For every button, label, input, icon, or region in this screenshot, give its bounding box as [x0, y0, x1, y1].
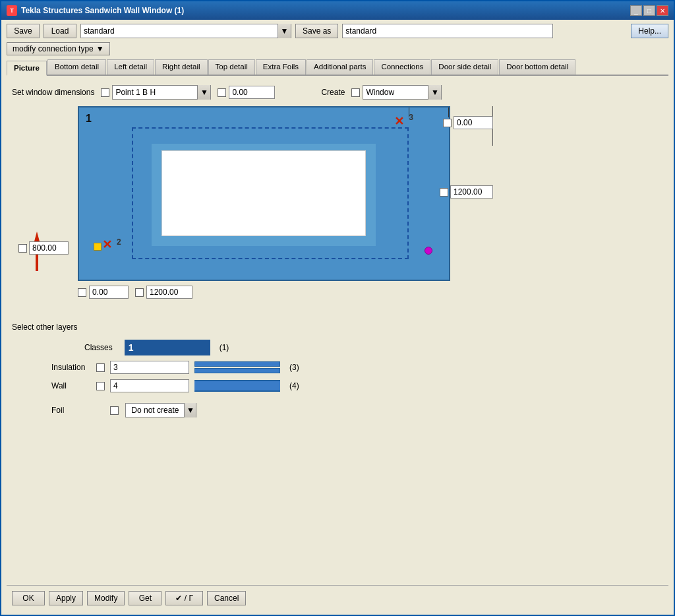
create-label: Create	[321, 88, 345, 97]
cross-3-icon: ✕	[394, 114, 404, 129]
load-button[interactable]: Load	[44, 24, 76, 38]
tab-picture[interactable]: Picture	[7, 61, 47, 76]
inner-area	[152, 144, 376, 246]
apply-button[interactable]: Apply	[49, 591, 83, 605]
foil-checkbox[interactable]	[110, 406, 119, 415]
tab-door-bottom-detail[interactable]: Door bottom detail	[499, 59, 575, 75]
save-as-button[interactable]: Save as	[295, 24, 338, 38]
modify-connection-arrow: ▼	[96, 44, 104, 53]
magenta-dot	[425, 247, 432, 255]
bottom-dim-1200-input[interactable]	[146, 286, 192, 299]
foil-dropdown[interactable]: Do not create ▼	[125, 403, 196, 417]
modify-connection-button[interactable]: modify connection type ▼	[7, 42, 110, 55]
save-as-input[interactable]	[342, 24, 553, 38]
left-dim-checkbox[interactable]	[18, 244, 27, 253]
tab-door-side-detail[interactable]: Door side detail	[431, 59, 498, 75]
tab-bottom-detail[interactable]: Bottom detail	[47, 59, 106, 75]
dim-value-group	[218, 86, 275, 99]
select-layers-title: Select other layers	[12, 323, 663, 332]
right-dim-top-checkbox[interactable]	[443, 119, 452, 127]
minimize-button[interactable]: _	[630, 5, 642, 16]
insulation-bar-top	[194, 361, 280, 367]
window-title: Tekla Structures Sandwich Wall Window (1…	[21, 6, 184, 15]
wall-diagram: 1 ✕ 3 ✕ 2	[78, 106, 467, 311]
cross-3-label: 3	[409, 113, 413, 122]
right-dim-top-input[interactable]	[454, 116, 493, 129]
bottom-dims-row	[78, 286, 192, 299]
top-toolbar: Save Load standard ▼ Save as Help...	[7, 24, 668, 38]
footer-buttons: OK Apply Modify Get ✔ / Γ Cancel	[7, 585, 668, 611]
maximize-button[interactable]: □	[643, 5, 655, 16]
modify-button[interactable]: Modify	[87, 591, 125, 605]
save-button[interactable]: Save	[7, 24, 40, 38]
ok-button[interactable]: OK	[12, 591, 45, 605]
point-checkbox-group: Point 1 B H ▼	[101, 85, 211, 100]
dim-value-input[interactable]	[229, 86, 275, 99]
select-layers-section: Select other layers Classes 1 (1) Insula…	[12, 317, 663, 423]
modify-connection-label: modify connection type	[13, 44, 94, 53]
right-dim-main-checkbox[interactable]	[440, 188, 448, 197]
bottom-dim-0-input[interactable]	[89, 286, 129, 299]
create-dropdown[interactable]: Window ▼	[363, 85, 442, 100]
profile-dropdown[interactable]: standard ▼	[80, 24, 291, 38]
wall-outer: 1 ✕ 3 ✕ 2	[78, 106, 450, 281]
profile-value: standard	[81, 26, 278, 36]
get-button[interactable]: Get	[129, 591, 161, 605]
tab-connections[interactable]: Connections	[374, 59, 430, 75]
right-dim-main-input[interactable]	[450, 185, 493, 199]
tab-extra-foils[interactable]: Extra Foils	[256, 59, 306, 75]
wall-label: Wall	[51, 381, 91, 390]
insulation-input[interactable]	[110, 361, 189, 374]
create-value: Window	[363, 88, 428, 97]
close-button[interactable]: ✕	[657, 5, 668, 16]
foil-row: Foil Do not create ▼	[51, 403, 663, 417]
insulation-bar	[194, 361, 280, 373]
tab-additional-parts[interactable]: Additional parts	[307, 59, 373, 75]
classes-field[interactable]: 1	[125, 340, 210, 355]
tab-right-detail[interactable]: Right detail	[155, 59, 208, 75]
title-bar: T Tekla Structures Sandwich Wall Window …	[1, 1, 674, 20]
left-dim-input[interactable]	[29, 241, 69, 255]
modify-connection-row: modify connection type ▼	[7, 42, 668, 55]
set-window-dim-label: Set window dimensions	[12, 88, 94, 97]
cross-2-label: 2	[117, 237, 121, 247]
cancel-button[interactable]: Cancel	[207, 591, 246, 605]
wall-input[interactable]	[110, 379, 189, 392]
wall-checkbox[interactable]	[96, 382, 105, 390]
tab-left-detail[interactable]: Left detail	[107, 59, 154, 75]
create-checkbox-group: Window ▼	[351, 85, 442, 100]
point-checkbox[interactable]	[101, 88, 109, 97]
main-window: T Tekla Structures Sandwich Wall Window …	[0, 0, 675, 616]
classes-count: (1)	[220, 343, 229, 352]
create-dropdown-arrow[interactable]: ▼	[428, 85, 441, 100]
app-icon: T	[7, 5, 17, 16]
foil-value: Do not create	[126, 406, 184, 415]
bottom-dim-0-checkbox[interactable]	[78, 288, 86, 297]
checkmark-button[interactable]: ✔ / Γ	[165, 591, 203, 605]
dim-value-checkbox[interactable]	[218, 88, 226, 97]
main-area: Set window dimensions Point 1 B H ▼ Crea…	[7, 80, 668, 581]
wall-row: Wall (4)	[51, 379, 663, 392]
help-button[interactable]: Help...	[631, 24, 668, 38]
wall-bar	[194, 380, 280, 392]
point-dropdown[interactable]: Point 1 B H ▼	[112, 85, 211, 100]
wall-count: (4)	[289, 381, 299, 390]
profile-dropdown-arrow[interactable]: ▼	[278, 24, 291, 38]
point-value: Point 1 B H	[113, 88, 197, 97]
dimensions-row: Set window dimensions Point 1 B H ▼ Crea…	[12, 85, 663, 100]
content-area: Save Load standard ▼ Save as Help... mod…	[1, 20, 674, 615]
foil-dropdown-arrow[interactable]: ▼	[184, 403, 196, 417]
right-dim-top-group	[443, 116, 493, 129]
foil-label: Foil	[51, 406, 64, 415]
dim-line-top-right	[409, 108, 409, 117]
insulation-checkbox[interactable]	[96, 363, 105, 372]
classes-label: Classes	[84, 343, 113, 352]
cross-2-icon: ✕	[102, 237, 112, 252]
bottom-dim-1200-checkbox[interactable]	[135, 288, 144, 297]
insulation-bar-bottom	[194, 368, 280, 373]
wall-label-1: 1	[86, 113, 92, 125]
create-checkbox[interactable]	[351, 88, 360, 97]
window-hole	[161, 150, 366, 236]
tab-top-detail[interactable]: Top detail	[208, 59, 255, 75]
point-dropdown-arrow[interactable]: ▼	[197, 85, 210, 100]
